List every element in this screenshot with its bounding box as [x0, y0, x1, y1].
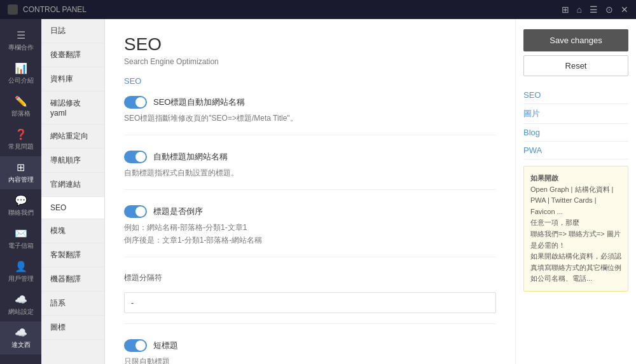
setting-desc-short-title: 只限自動標題例如：網站名稱-部落格-分類1-文章1短標題：網站名稱-文章1(35… [124, 356, 496, 364]
sidebar-label-users: 用戶管理 [8, 274, 34, 283]
sub-sidebar-seo[interactable]: SEO [41, 197, 104, 219]
setting-row-5: 短標題 [124, 339, 496, 352]
sub-sidebar-backend-translate[interactable]: 後臺翻譯 [41, 43, 104, 67]
email-icon: ✉️ [15, 227, 27, 239]
toggle-short-title[interactable] [124, 339, 147, 352]
reset-button[interactable]: Reset [523, 55, 628, 76]
toggle-title-reverse[interactable] [124, 205, 147, 218]
setting-seo-title-auto: SEO標題自動加網站名稱 SEO標題指斷堆修改頁的"SEO=>標題/Meta T… [124, 96, 496, 135]
setting-label-short-title: 短標題 [153, 340, 178, 351]
right-nav-pwa[interactable]: PWA [523, 142, 628, 159]
main-layout: ☰ 專欄合作 📊 公司介紹 ✏️ 部落格 ❓ 常見問題 ⊞ 內容管理 💬 聯絡我… [0, 19, 636, 364]
setting-auto-title: 自動標題加網站名稱 自動標題指程式自動設置的標題。 [124, 151, 496, 190]
sub-sidebar-machine-translate[interactable]: 機器翻譯 [41, 267, 104, 292]
right-nav: SEO 圖片 Blog PWA [523, 86, 628, 159]
collaboration-icon: ☰ [17, 29, 25, 41]
sidebar-item-faq[interactable]: ❓ 常見問題 [0, 123, 41, 156]
sub-sidebar-redirect[interactable]: 網站重定向 [41, 125, 104, 149]
toggle-auto-title-switch[interactable] [124, 151, 147, 163]
app-title: CONTROL PANEL [23, 5, 86, 14]
page-subtitle: Search Engine Optimization [124, 57, 496, 66]
website-icon: ☁️ [15, 293, 27, 306]
company-icon: 📊 [15, 62, 27, 74]
right-nav-image[interactable]: 圖片 [523, 104, 628, 124]
toggle-seo-title-switch[interactable] [124, 96, 147, 109]
notice-title: 如果開啟 [530, 174, 558, 182]
sidebar-label-faq: 常見問題 [8, 142, 34, 151]
setting-label-seo-title: SEO標題自動加網站名稱 [153, 97, 245, 108]
faq-icon: ❓ [15, 128, 27, 140]
home-icon[interactable]: ⌂ [577, 4, 582, 15]
sidebar-label-blog: 部落格 [11, 109, 31, 118]
setting-title-separator: 標題分隔符 [124, 273, 496, 324]
toggle-seo-title[interactable] [124, 96, 147, 109]
sidebar-label-content: 內容管理 [8, 175, 34, 184]
setting-desc-auto-title: 自動標題指程式自動設置的標題。 [124, 167, 496, 179]
content-icon: ⊞ [17, 161, 25, 173]
sidebar-label-email: 電子信箱 [8, 241, 34, 250]
title-separator-label: 標題分隔符 [124, 273, 496, 283]
sub-sidebar-official-link[interactable]: 官網連結 [41, 173, 104, 197]
toggle-auto-title[interactable] [124, 151, 147, 163]
notice-box: 如果開啟 Open Graph | 結構化資料 | PWA | Twitter … [523, 166, 628, 292]
toggle-short-title-switch[interactable] [124, 339, 147, 352]
close-icon[interactable]: ✕ [621, 4, 628, 15]
title-separator-input[interactable] [124, 292, 496, 313]
sidebar-item-blog[interactable]: ✏️ 部落格 [0, 90, 41, 123]
setting-short-title: 短標題 只限自動標題例如：網站名稱-部落格-分類1-文章1短標題：網站名稱-文章… [124, 339, 496, 364]
page-title: SEO [124, 34, 496, 55]
notice-text: Open Graph | 結構化資料 | PWA | Twitter Cards… [530, 185, 621, 283]
sub-sidebar-custom-translate[interactable]: 客製翻譯 [41, 243, 104, 267]
right-nav-blog[interactable]: Blog [523, 124, 628, 142]
breadcrumb[interactable]: SEO [124, 76, 496, 86]
shield-icon[interactable]: ⊙ [605, 4, 613, 15]
sub-sidebar: 日誌 後臺翻譯 資料庫 確認修改yaml 網站重定向 導航順序 官網連結 SEO… [41, 19, 105, 364]
sidebar-label-collaboration: 專欄合作 [8, 43, 34, 52]
sidebar-label-company: 公司介紹 [8, 76, 34, 85]
setting-desc-title-reverse: 例如：網站名稱-部落格-分類1-文章1倒序後是：文章1-分類1-部落格-網站名稱 [124, 222, 496, 246]
save-button[interactable]: Save changes [523, 29, 628, 51]
top-bar: CONTROL PANEL ⊞ ⌂ ☰ ⊙ ✕ [0, 0, 636, 19]
app-logo [8, 4, 18, 15]
sub-sidebar-language[interactable]: 語系 [41, 292, 104, 316]
contact-icon: 💬 [15, 194, 27, 206]
window-icon[interactable]: ⊞ [562, 4, 569, 15]
blog-icon: ✏️ [15, 95, 27, 107]
sidebar-label-dawenxi: 達文西 [11, 340, 31, 349]
sidebar-label-website: 網站設定 [8, 307, 34, 316]
sidebar-item-contact[interactable]: 💬 聯絡我們 [0, 189, 41, 222]
setting-label-title-reverse: 標題是否倒序 [153, 206, 203, 217]
sub-sidebar-nav-order[interactable]: 導航順序 [41, 149, 104, 173]
sidebar-item-dawenxi[interactable]: ☁️ 達文西 [0, 321, 41, 354]
right-panel: Save changes Reset SEO 圖片 Blog PWA 如果開啟 … [515, 19, 636, 364]
sub-sidebar-confirm-yaml[interactable]: 確認修改yaml [41, 91, 104, 125]
sidebar: ☰ 專欄合作 📊 公司介紹 ✏️ 部落格 ❓ 常見問題 ⊞ 內容管理 💬 聯絡我… [0, 19, 41, 364]
sub-sidebar-icons[interactable]: 圖標 [41, 316, 104, 340]
sidebar-item-content[interactable]: ⊞ 內容管理 [0, 156, 41, 189]
sidebar-label-contact: 聯絡我們 [8, 208, 34, 217]
setting-title-reverse: 標題是否倒序 例如：網站名稱-部落格-分類1-文章1倒序後是：文章1-分類1-部… [124, 205, 496, 257]
setting-row-2: 自動標題加網站名稱 [124, 151, 496, 163]
users-icon: 👤 [15, 260, 27, 273]
sidebar-item-company[interactable]: 📊 公司介紹 [0, 57, 41, 90]
sidebar-item-email[interactable]: ✉️ 電子信箱 [0, 222, 41, 255]
sidebar-item-website[interactable]: ☁️ 網站設定 [0, 288, 41, 321]
sidebar-item-users[interactable]: 👤 用戶管理 [0, 255, 41, 288]
sub-sidebar-log[interactable]: 日誌 [41, 19, 104, 43]
toggle-title-reverse-switch[interactable] [124, 205, 147, 218]
sub-sidebar-modules[interactable]: 模塊 [41, 219, 104, 243]
menu-icon[interactable]: ☰ [590, 4, 598, 15]
sub-sidebar-database[interactable]: 資料庫 [41, 67, 104, 91]
setting-row-1: SEO標題自動加網站名稱 [124, 96, 496, 109]
dawenxi-icon: ☁️ [15, 327, 27, 339]
content-area: SEO Search Engine Optimization SEO SEO標題… [105, 19, 515, 364]
top-bar-icons: ⊞ ⌂ ☰ ⊙ ✕ [562, 4, 628, 15]
sidebar-item-collaboration[interactable]: ☰ 專欄合作 [0, 24, 41, 57]
right-nav-seo[interactable]: SEO [523, 86, 628, 104]
setting-label-auto-title: 自動標題加網站名稱 [153, 151, 228, 163]
setting-row-3: 標題是否倒序 [124, 205, 496, 218]
setting-desc-seo-title: SEO標題指斷堆修改頁的"SEO=>標題/Meta Title"。 [124, 112, 496, 125]
